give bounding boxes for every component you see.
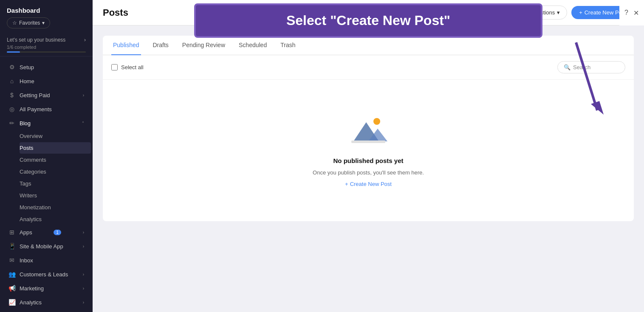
home-icon: ⌂ — [8, 78, 15, 84]
chevron-right-icon: › — [83, 272, 84, 277]
analytics-icon: 📈 — [8, 299, 15, 306]
tab-drafts[interactable]: Drafts — [151, 36, 170, 55]
svg-rect-3 — [351, 141, 385, 143]
payments-icon: ◎ — [8, 106, 15, 112]
setup-chevron-icon: › — [84, 37, 86, 43]
chevron-right-icon: › — [83, 286, 84, 291]
sidebar-item-label: Setup — [20, 64, 34, 70]
star-icon: ☆ — [12, 20, 17, 26]
help-button[interactable]: ? — [624, 9, 628, 17]
empty-create-link[interactable]: + Create New Post — [345, 181, 392, 187]
search-placeholder: Search — [573, 64, 590, 70]
sidebar-navigation: ⚙ Setup ⌂ Home $ Getting Paid › ◎ All Pa… — [0, 60, 93, 312]
sidebar-item-marketing[interactable]: 📢 Marketing › — [2, 281, 91, 295]
tab-scheduled[interactable]: Scheduled — [237, 36, 268, 55]
sidebar-item-label: Home — [20, 78, 34, 84]
chevron-right-icon: › — [83, 230, 84, 235]
sidebar-item-overview[interactable]: Overview — [20, 130, 91, 142]
sparkle-button[interactable]: ✦ — [500, 6, 511, 20]
apps-icon: ⊞ — [8, 229, 15, 236]
sidebar-item-apps[interactable]: ⊞ Apps 1 › — [2, 225, 91, 239]
progress-fill — [7, 51, 20, 53]
empty-state-title: No published posts yet — [333, 157, 403, 164]
sidebar-item-customers-leads[interactable]: 👥 Customers & Leads › — [2, 267, 91, 281]
setup-title-text: Let's set up your business — [7, 37, 65, 43]
inbox-icon: ✉ — [8, 257, 15, 264]
empty-illustration — [347, 114, 390, 148]
content-area: Published Drafts Pending Review Schedule… — [93, 25, 644, 312]
sidebar-item-comments[interactable]: Comments — [20, 154, 91, 166]
plus-icon: + — [579, 9, 582, 16]
setup-title[interactable]: Let's set up your business › — [7, 37, 86, 43]
setup-icon: ⚙ — [8, 64, 15, 70]
tab-pending-review[interactable]: Pending Review — [181, 36, 227, 55]
tab-trash[interactable]: Trash — [279, 36, 297, 55]
sidebar-item-label: Blog — [20, 120, 31, 126]
create-link-label: Create New Post — [350, 181, 392, 187]
posts-container: Published Drafts Pending Review Schedule… — [103, 36, 634, 221]
chevron-down-icon: ▾ — [557, 9, 560, 16]
sidebar-item-label: Inbox — [20, 257, 33, 264]
sidebar-item-label: Apps — [20, 229, 32, 236]
sidebar-title: Dashboard — [0, 0, 93, 17]
sidebar-item-analytics-blog[interactable]: Analytics — [20, 214, 91, 225]
sidebar-item-label: Getting Paid — [20, 92, 50, 98]
empty-illustration-svg — [347, 114, 390, 148]
window-controls: ? ✕ — [619, 0, 644, 25]
main-content: Posts ✦ More Actions ▾ + Create New Post… — [93, 0, 644, 312]
table-header: Select all 🔍 Search — [103, 55, 634, 80]
blog-subnav: Overview Posts Comments Categories Tags … — [0, 130, 93, 225]
setup-section[interactable]: Let's set up your business › 1/6 complet… — [0, 34, 93, 56]
select-all-checkbox[interactable] — [111, 64, 118, 70]
select-all-text: Select all — [121, 64, 144, 70]
sidebar-item-site-mobile[interactable]: 📱 Site & Mobile App › — [2, 239, 91, 253]
apps-badge: 1 — [54, 230, 61, 235]
favorites-button[interactable]: ☆ Favorites ▾ — [7, 17, 50, 28]
chevron-right-icon: › — [83, 244, 84, 249]
sidebar-item-writers[interactable]: Writers — [20, 190, 91, 201]
sidebar-item-blog[interactable]: ✏ Blog ˄ — [2, 116, 91, 130]
sidebar-item-all-payments[interactable]: ◎ All Payments — [2, 102, 91, 116]
sidebar-item-label: All Payments — [20, 106, 52, 112]
tab-published[interactable]: Published — [111, 36, 141, 55]
sidebar-item-label: Site & Mobile App — [20, 243, 63, 250]
dollar-icon: $ — [8, 92, 15, 98]
close-button[interactable]: ✕ — [633, 9, 639, 17]
more-actions-label: More Actions — [523, 9, 555, 16]
posts-tabs: Published Drafts Pending Review Schedule… — [103, 36, 634, 55]
sidebar-item-label: Marketing — [20, 285, 44, 292]
customers-icon: 👥 — [8, 271, 15, 278]
page-title: Posts — [103, 7, 128, 18]
sidebar-item-monetization[interactable]: Monetization — [20, 202, 91, 213]
sidebar-item-setup[interactable]: ⚙ Setup — [2, 60, 91, 74]
empty-state: No published posts yet Once you publish … — [103, 80, 634, 221]
topbar-actions: ✦ More Actions ▾ + Create New Post — [500, 6, 634, 20]
empty-state-subtitle: Once you publish posts, you'll see them … — [313, 169, 424, 176]
setup-progress: 1/6 completed — [7, 45, 86, 50]
sidebar-item-tags[interactable]: Tags — [20, 178, 91, 189]
marketing-icon: 📢 — [8, 285, 15, 292]
sidebar-item-getting-paid[interactable]: $ Getting Paid › — [2, 88, 91, 102]
chevron-right-icon: › — [83, 93, 84, 98]
plus-icon: + — [345, 181, 348, 187]
sidebar-item-inbox[interactable]: ✉ Inbox — [2, 253, 91, 267]
sidebar-item-posts[interactable]: Posts — [20, 142, 91, 154]
chevron-down-icon: ▾ — [42, 20, 45, 26]
chevron-right-icon: › — [83, 300, 84, 305]
search-icon: 🔍 — [564, 64, 571, 70]
blog-icon: ✏ — [8, 120, 15, 126]
sidebar-item-label: Customers & Leads — [20, 271, 68, 278]
chevron-up-icon: ˄ — [82, 121, 84, 126]
select-all-label[interactable]: Select all — [111, 64, 144, 70]
sidebar-item-label: Analytics — [20, 299, 42, 306]
sidebar-item-home[interactable]: ⌂ Home — [2, 74, 91, 88]
progress-bar — [7, 51, 86, 53]
favorites-label: Favorites — [19, 20, 40, 26]
sidebar-item-analytics[interactable]: 📈 Analytics › — [2, 295, 91, 309]
sidebar-item-categories[interactable]: Categories — [20, 166, 91, 177]
topbar: Posts ✦ More Actions ▾ + Create New Post — [93, 0, 644, 25]
svg-point-2 — [373, 118, 380, 125]
search-box[interactable]: 🔍 Search — [557, 61, 625, 73]
more-actions-button[interactable]: More Actions ▾ — [516, 6, 567, 20]
mobile-icon: 📱 — [8, 243, 15, 250]
